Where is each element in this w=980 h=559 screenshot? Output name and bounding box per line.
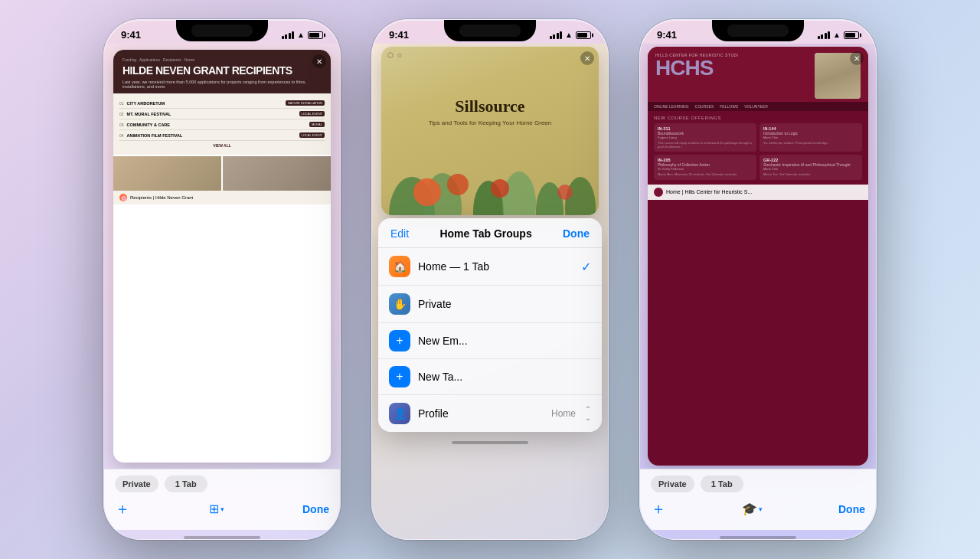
nav-courses[interactable]: COURSES (695, 104, 714, 109)
school-footer-text: Home | Hills Center for Heuristic S... (666, 189, 752, 195)
tabs-icon: ⊞ (209, 502, 219, 516)
tab-switcher-button-3[interactable]: 🎓 ▾ (742, 502, 763, 516)
new-tab-button-3[interactable]: ＋ (651, 499, 666, 519)
battery-icon (576, 31, 591, 39)
phone-2-webpage-card: ⬡ ☆ ✕ (381, 47, 599, 215)
chevron-down-icon-3: ▾ (759, 505, 763, 513)
private-tab-group-item[interactable]: ✋ Private (378, 286, 602, 323)
webpage-header: Funding · Applications · Recipients · Ho… (113, 50, 331, 93)
list-num: 01 (119, 101, 124, 106)
site-favicon: 🌸 (119, 194, 127, 201)
list-tag: LOCAL EVENT (299, 132, 325, 138)
wifi-icon: ▲ (833, 31, 841, 39)
toolbar-icons: ⬡ ☆ (387, 51, 403, 59)
profile-label: Profile (418, 407, 544, 420)
new-tab-button[interactable]: ＋ (115, 499, 130, 519)
close-button-3[interactable]: ✕ (850, 51, 864, 65)
tab-group-row: Private 1 Tab (115, 476, 329, 492)
school-footer: Home | Hills Center for Heuristic S... (648, 185, 868, 200)
bottom-actions-row: ＋ ⊞ ▾ Done (115, 499, 329, 519)
dropdown-header: Edit Home Tab Groups Done (378, 218, 602, 248)
add-circle-icon: + (389, 330, 410, 351)
phone-3-time: 9:41 (657, 29, 677, 41)
tab-count-button-3[interactable]: 1 Tab (701, 476, 743, 492)
battery-icon (308, 31, 323, 39)
phone-2-notch (444, 20, 536, 41)
dropdown-done-button[interactable]: Done (563, 227, 590, 240)
new-empty-tab-item[interactable]: + New Em... (378, 323, 602, 359)
new-tab-item[interactable]: + New Ta... (378, 359, 602, 395)
dropdown-sheet: Edit Home Tab Groups Done 🏠 Home — 1 Tab… (378, 218, 602, 432)
plant-decoration (381, 154, 599, 215)
course-item-1: IN-311 Boundlesswork Eugene Liang This c… (654, 123, 756, 152)
phone-1-screen: ✕ Funding · Applications · Recipients · … (104, 44, 340, 539)
list-title: MT. MURAL FESTIVAL (127, 112, 299, 116)
new-tab-label: New Ta... (418, 371, 591, 383)
edit-button[interactable]: Edit (390, 227, 409, 240)
list-item: 04 ANIMATION FILM FESTIVAL LOCAL EVENT (119, 130, 325, 141)
phone-2-status-icons: ▲ (550, 31, 591, 39)
signal-icon (550, 31, 563, 39)
home-tab-group-item[interactable]: 🏠 Home — 1 Tab ✓ (378, 248, 602, 286)
phone-3-notch (712, 20, 804, 41)
private-icon: ✋ (389, 293, 410, 315)
webpage-subtitle: Last year, we received more than 5,000 a… (122, 80, 322, 89)
list-num: 02 (119, 112, 124, 116)
share-icon: ⬡ (387, 51, 394, 59)
list-title: ANIMATION FILM FESTIVAL (127, 133, 299, 138)
bookmark-icon: ☆ (397, 51, 403, 59)
list-title: CITY ARBORETUM (127, 101, 286, 106)
webpage-footer: 🌸 Recipients | Hilde Neven Grant (113, 191, 331, 204)
close-button-2[interactable]: ✕ (580, 51, 594, 65)
profile-value: Home (551, 408, 576, 419)
tab-switcher-button[interactable]: ⊞ ▾ (209, 502, 224, 516)
course-item-2: IN-144 Introduction to Logic Marie Chin … (760, 123, 862, 152)
list-num: 03 (119, 123, 124, 127)
image-placeholder-2 (223, 156, 331, 191)
close-button[interactable]: ✕ (312, 54, 326, 68)
book-subtitle: Tips and Tools for Keeping Your Home Gre… (429, 119, 552, 126)
instructor-1: Eugene Liang (658, 136, 753, 139)
nav-fellows[interactable]: FELLOWS (720, 104, 738, 109)
nav-online-learning[interactable]: ONLINE LEARNING (654, 104, 689, 109)
dropdown-title: Home Tab Groups (409, 227, 563, 240)
private-tab-button[interactable]: Private (115, 476, 158, 492)
phone-1-notch (176, 20, 268, 41)
course-desc-3: Meets Mon. Maximum 30 students. Set Cale… (658, 172, 753, 176)
svg-point-6 (491, 179, 509, 198)
webpage-list: 01 CITY ARBORETUM NATURE INSTALLATION 02… (113, 93, 331, 155)
course-desc-2: Six credits per student. Prerequisite kn… (763, 141, 858, 145)
phone-3-webpage-card: ✕ HILLS CENTER FOR HEURISTIC STUDI HCHS … (648, 47, 868, 466)
svg-point-2 (413, 178, 441, 206)
bottom-actions-row-3: ＋ 🎓 ▾ Done (651, 499, 865, 519)
breadcrumb: Funding · Applications · Recipients · Ho… (122, 57, 322, 62)
checkmark-icon: ✓ (581, 260, 591, 274)
phone-1-time: 9:41 (121, 29, 141, 41)
done-button-3[interactable]: Done (838, 503, 865, 515)
school-header: HILLS CENTER FOR HEURISTIC STUDI HCHS (648, 47, 868, 102)
private-tab-button-3[interactable]: Private (651, 476, 694, 492)
profile-item[interactable]: 👤 Profile Home ⌃⌄ (378, 395, 602, 432)
instructor-3: Dr. Emily Pedersen (658, 167, 753, 171)
phone-2-notch-inner (459, 25, 521, 37)
school-favicon (654, 188, 663, 197)
phone-3-notch-inner (727, 25, 789, 37)
svg-point-9 (557, 185, 573, 200)
school-logo-area: HILLS CENTER FOR HEURISTIC STUDI HCHS (655, 53, 810, 79)
chevron-down-icon: ▾ (220, 505, 224, 513)
add-circle-icon-2: + (389, 366, 410, 387)
phone-3-screen: ✕ HILLS CENTER FOR HEURISTIC STUDI HCHS … (640, 44, 876, 539)
book-title: Sillsource (429, 97, 552, 116)
view-all[interactable]: VIEW ALL (119, 141, 325, 150)
school-body: NEW COURSE OFFERINGS IN-311 Boundlesswor… (648, 111, 868, 185)
tab-count-button[interactable]: 1 Tab (165, 476, 207, 492)
home-icon: 🏠 (389, 256, 410, 277)
phone-2-content: ⬡ ☆ ✕ (372, 44, 608, 539)
home-indicator (184, 536, 260, 539)
done-button[interactable]: Done (302, 503, 329, 515)
phone-1-notch-inner (191, 25, 253, 37)
signal-icon (282, 31, 295, 39)
nav-volunteer[interactable]: VOLUNTEER (744, 104, 768, 109)
section-title: NEW COURSE OFFERINGS (654, 116, 862, 120)
phone-1-bottom-bar: Private 1 Tab ＋ ⊞ ▾ Done (104, 469, 340, 530)
